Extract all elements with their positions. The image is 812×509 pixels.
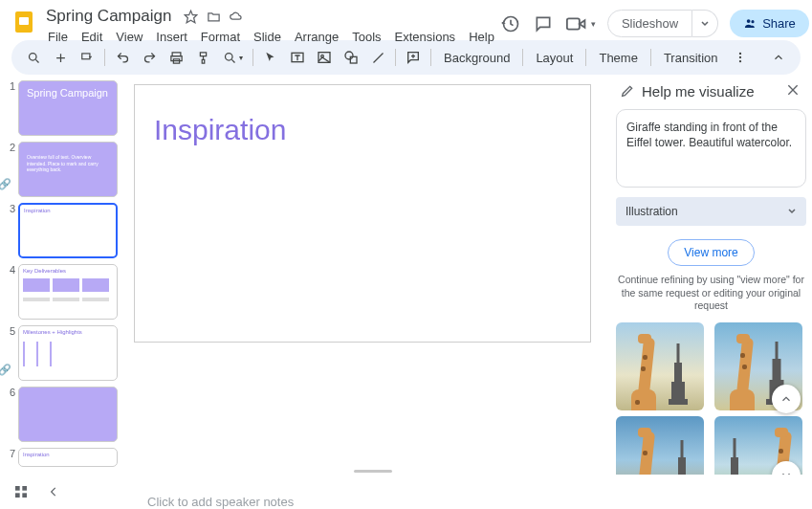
link-indicator-icon: 🔗: [0, 364, 11, 376]
layout-button[interactable]: Layout: [528, 47, 581, 69]
svg-point-18: [738, 56, 740, 58]
app-header: Spring Campaign File Edit View Insert Fo…: [0, 0, 812, 38]
shape-icon[interactable]: [339, 45, 363, 70]
thumb-number: 7: [4, 448, 15, 467]
scroll-up-fab[interactable]: [772, 385, 801, 413]
grid-view-icon[interactable]: [11, 482, 31, 501]
prompt-input[interactable]: Giraffe standing in front of the Eiffel …: [616, 109, 806, 188]
more-icon[interactable]: [728, 45, 753, 70]
title-area: Spring Campaign File Edit View Insert Fo…: [42, 6, 500, 46]
generated-image-1[interactable]: [616, 322, 704, 410]
menu-extensions[interactable]: Extensions: [389, 28, 462, 46]
menu-arrange[interactable]: Arrange: [289, 28, 344, 46]
svg-rect-20: [15, 486, 20, 491]
svg-point-11: [225, 53, 232, 60]
footer-bar: Click to add speaker notes: [0, 475, 812, 509]
svg-rect-23: [22, 493, 27, 498]
slideshow-dropdown[interactable]: [692, 10, 718, 37]
close-icon[interactable]: [785, 82, 802, 100]
slideshow-button[interactable]: Slideshow: [607, 10, 692, 37]
cloud-status-icon[interactable]: [229, 9, 244, 24]
toolbar: ▾ Background Layout Theme Transition: [11, 40, 801, 75]
style-dropdown[interactable]: Illustration: [616, 197, 806, 226]
menu-edit[interactable]: Edit: [76, 28, 108, 46]
menu-help[interactable]: Help: [463, 28, 500, 46]
star-icon[interactable]: [183, 9, 198, 24]
notes-resize-handle[interactable]: [354, 470, 392, 473]
share-button[interactable]: Share: [730, 10, 809, 37]
menu-tools[interactable]: Tools: [346, 28, 386, 46]
thumbnail-7[interactable]: Inspiration: [18, 448, 118, 467]
zoom-icon[interactable]: ▾: [217, 45, 248, 70]
slides-logo-icon: [11, 10, 36, 34]
textbox-icon[interactable]: [285, 45, 310, 70]
menu-file[interactable]: File: [42, 28, 74, 46]
history-icon[interactable]: [500, 13, 521, 34]
menu-view[interactable]: View: [110, 28, 148, 46]
svg-point-15: [345, 52, 353, 59]
thumbnail-panel[interactable]: 1 Spring Campaign 2 Overview full of tex…: [0, 75, 124, 509]
image-icon[interactable]: [312, 45, 337, 70]
link-indicator-icon: 🔗: [0, 178, 11, 190]
document-title[interactable]: Spring Campaign: [42, 6, 175, 27]
thumb-number: 6: [4, 387, 15, 442]
view-more-button[interactable]: View more: [668, 239, 754, 266]
background-button[interactable]: Background: [436, 47, 517, 69]
svg-rect-21: [22, 486, 27, 491]
transition-button[interactable]: Transition: [656, 47, 726, 69]
speaker-notes[interactable]: Click to add speaker notes: [147, 495, 801, 509]
thumbnail-1[interactable]: Spring Campaign: [18, 80, 118, 136]
svg-point-17: [738, 53, 740, 55]
svg-point-4: [747, 19, 751, 23]
move-folder-icon[interactable]: [206, 9, 221, 24]
svg-point-6: [29, 53, 36, 60]
menu-bar: File Edit View Insert Format Slide Arran…: [42, 28, 500, 46]
line-icon[interactable]: [365, 45, 390, 70]
svg-marker-2: [185, 11, 197, 23]
svg-rect-1: [19, 17, 29, 25]
help-me-visualize-panel: Help me visualize Giraffe standing in fr…: [606, 75, 812, 509]
menu-format[interactable]: Format: [195, 28, 246, 46]
comment-add-icon[interactable]: [401, 45, 426, 70]
thumb-number: 3: [4, 203, 15, 258]
thumb-number: 4: [4, 264, 15, 320]
svg-rect-3: [567, 18, 580, 29]
svg-point-19: [738, 60, 740, 62]
print-icon[interactable]: [164, 45, 188, 70]
svg-point-5: [752, 20, 755, 23]
panel-title: Help me visualize: [642, 83, 779, 100]
canvas-area: Inspiration: [124, 75, 606, 509]
select-icon[interactable]: [258, 45, 283, 70]
slide-title[interactable]: Inspiration: [154, 114, 571, 146]
svg-rect-22: [15, 493, 20, 498]
thumbnail-3[interactable]: Inspiration: [18, 203, 118, 258]
menu-insert[interactable]: Insert: [150, 28, 193, 46]
thumb-number: 1: [4, 80, 15, 136]
new-slide-drop-icon[interactable]: [75, 45, 99, 70]
pencil-icon: [620, 83, 635, 99]
svg-rect-16: [350, 56, 357, 63]
thumbnail-2[interactable]: Overview full of text. Overview intended…: [18, 142, 118, 197]
thumbnail-6[interactable]: [18, 387, 118, 442]
search-icon[interactable]: [21, 45, 46, 70]
refine-hint: Continue refining by using "view more" f…: [616, 274, 806, 313]
thumbnail-5[interactable]: Milestones + Highlights: [18, 325, 118, 381]
undo-icon[interactable]: [110, 45, 135, 70]
meet-icon[interactable]: ▾: [565, 13, 596, 34]
slide-canvas[interactable]: Inspiration: [134, 84, 591, 343]
theme-button[interactable]: Theme: [591, 47, 645, 69]
redo-icon[interactable]: [137, 45, 162, 70]
thumbnail-4[interactable]: Key Deliverables: [18, 264, 118, 320]
svg-rect-7: [82, 54, 90, 59]
new-slide-icon[interactable]: [48, 45, 73, 70]
comments-icon[interactable]: [533, 13, 554, 34]
paint-format-icon[interactable]: [190, 45, 215, 70]
menu-slide[interactable]: Slide: [248, 28, 287, 46]
collapse-toolbar-icon[interactable]: [766, 45, 791, 70]
chevron-down-icon: [787, 207, 797, 216]
prev-slide-icon[interactable]: [44, 482, 63, 501]
